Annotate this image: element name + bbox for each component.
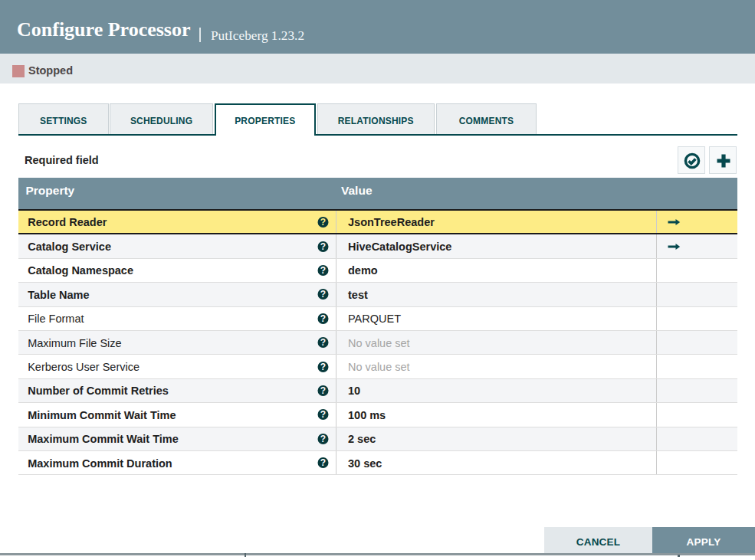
svg-text:?: ? [320,313,326,324]
svg-text:?: ? [320,265,326,276]
svg-text:?: ? [320,385,326,396]
svg-text:?: ? [320,337,326,348]
svg-text:?: ? [320,410,326,421]
svg-text:?: ? [320,241,326,252]
svg-text:?: ? [320,457,326,468]
svg-text:?: ? [320,217,326,228]
svg-text:?: ? [320,434,326,444]
svg-text:?: ? [320,290,326,300]
svg-text:?: ? [320,362,326,372]
